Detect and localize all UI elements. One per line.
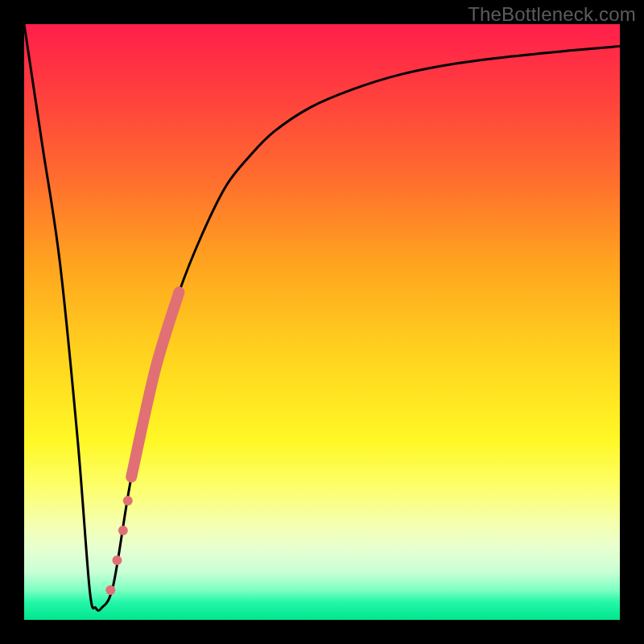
chart-frame: TheBottleneck.com — [0, 0, 644, 644]
highlight-dot — [118, 526, 128, 535]
highlight-dot — [105, 585, 115, 595]
highlight-dot — [112, 555, 122, 565]
highlight-dot — [123, 496, 133, 506]
plot-area — [24, 24, 620, 620]
highlight-band — [131, 292, 179, 477]
chart-svg — [24, 24, 620, 620]
watermark-text: TheBottleneck.com — [468, 3, 636, 26]
bottleneck-curve — [24, 24, 620, 610]
